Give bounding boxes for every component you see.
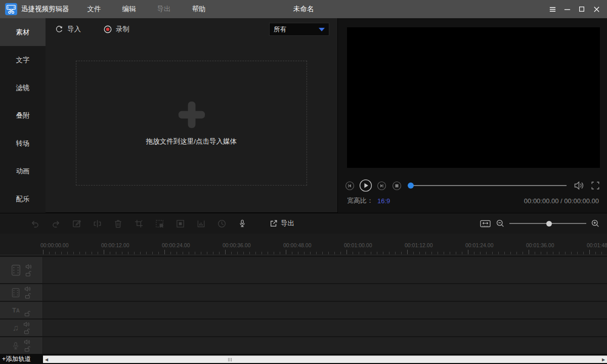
record-button[interactable]: 录制 xyxy=(103,25,129,34)
media-filter-value: 所有 xyxy=(274,25,286,34)
media-panel: 导入 录制 所有 xyxy=(46,18,338,213)
sidebar-item-transitions[interactable]: 转场 xyxy=(0,129,46,157)
aspect-ratio-label: 宽高比： xyxy=(347,196,373,205)
play-icon[interactable] xyxy=(359,179,372,192)
app-logo-icon xyxy=(5,3,17,15)
track-lane[interactable] xyxy=(43,337,607,354)
track-mute-icon[interactable] xyxy=(25,264,32,269)
zoom-slider[interactable] xyxy=(509,220,586,226)
app-window: 迅捷视频剪辑器 文件 编辑 导出 帮助 未命名 素材 文字 滤镜 叠 xyxy=(0,0,607,364)
zoom-out-icon[interactable] xyxy=(496,219,505,228)
track-mute-icon[interactable] xyxy=(24,339,30,345)
ruler-label: 00:01:48.00 xyxy=(587,242,607,248)
bottom-bar: +添加轨道 ◀ ▶ xyxy=(0,354,607,364)
sidebar-item-music[interactable]: 配乐 xyxy=(0,185,46,213)
horizontal-scrollbar[interactable]: ◀ ▶ xyxy=(43,355,607,363)
music-track-icon: ♫ xyxy=(13,324,19,332)
step-forward-icon[interactable] xyxy=(377,181,386,191)
mosaic-icon[interactable] xyxy=(176,219,185,229)
menu-edit[interactable]: 编辑 xyxy=(120,4,138,15)
track-mute-icon[interactable] xyxy=(23,322,30,327)
crop-icon[interactable] xyxy=(134,219,144,229)
volume-icon[interactable] xyxy=(574,180,585,191)
split-icon[interactable] xyxy=(93,219,102,229)
minimize-icon[interactable] xyxy=(561,3,573,15)
track-lock-icon[interactable] xyxy=(24,310,30,316)
record-icon xyxy=(103,25,112,34)
track-lock-icon[interactable] xyxy=(25,270,31,277)
redo-icon[interactable] xyxy=(51,219,61,229)
scroll-right-icon[interactable]: ▶ xyxy=(600,356,607,363)
menu-file[interactable]: 文件 xyxy=(85,4,103,15)
zoom-in-icon[interactable] xyxy=(591,219,600,228)
track-voice xyxy=(0,337,607,354)
text-track-icon: TA xyxy=(12,306,20,314)
preview-info: 宽高比： 16:9 00:00:00.00 / 00:00:00.00 xyxy=(347,196,599,205)
delete-icon[interactable] xyxy=(113,219,123,229)
window-menu-icon[interactable] xyxy=(547,3,558,15)
timeline-toolbar: 导出 xyxy=(0,213,607,234)
import-label: 导入 xyxy=(67,25,81,34)
menu-bar: 文件 编辑 导出 帮助 xyxy=(85,4,208,15)
voice-track-icon xyxy=(12,342,19,350)
track-lock-icon[interactable] xyxy=(24,346,30,352)
ruler-label: 00:00:00.00 xyxy=(40,242,68,248)
track-lane[interactable] xyxy=(43,257,607,283)
track-text: TA xyxy=(0,302,607,318)
sidebar-item-filters[interactable]: 滤镜 xyxy=(0,74,46,102)
seek-slider[interactable] xyxy=(408,183,567,189)
undo-icon[interactable] xyxy=(30,219,40,229)
track-header[interactable]: TA xyxy=(0,302,43,318)
speed-icon[interactable] xyxy=(217,219,227,229)
export-icon xyxy=(269,219,278,228)
track-lane[interactable] xyxy=(43,302,607,318)
track-music: ♫ xyxy=(0,320,607,336)
edit-icon[interactable] xyxy=(72,219,81,229)
media-filter-dropdown[interactable]: 所有 xyxy=(269,23,329,36)
media-toolbar: 导入 录制 所有 xyxy=(46,18,337,40)
track-header[interactable] xyxy=(0,257,43,283)
stop-icon[interactable] xyxy=(392,181,402,191)
sidebar: 素材 文字 滤镜 叠附 转场 动画 配乐 xyxy=(0,18,46,213)
track-header[interactable] xyxy=(0,337,43,354)
track-header[interactable] xyxy=(0,284,43,301)
audio-icon[interactable] xyxy=(196,219,206,229)
canvas-icon[interactable] xyxy=(155,219,164,229)
sidebar-item-overlays[interactable]: 叠附 xyxy=(0,102,46,129)
track-header[interactable]: ♫ xyxy=(0,320,43,336)
record-label: 录制 xyxy=(116,25,129,34)
sidebar-item-text[interactable]: 文字 xyxy=(0,46,46,74)
edit-tools: 导出 xyxy=(30,219,294,229)
scroll-left-icon[interactable]: ◀ xyxy=(43,356,50,363)
fit-timeline-icon[interactable] xyxy=(480,219,491,229)
sidebar-item-media[interactable]: 素材 xyxy=(0,18,46,46)
maximize-icon[interactable] xyxy=(576,3,587,15)
track-lock-icon[interactable] xyxy=(24,328,30,334)
timecode: 00:00:00.00 / 00:00:00.00 xyxy=(524,197,599,205)
video-viewport xyxy=(347,27,600,168)
track-lane[interactable] xyxy=(43,284,607,301)
export-button[interactable]: 导出 xyxy=(269,219,294,228)
menu-export[interactable]: 导出 xyxy=(155,4,173,15)
timeline-ruler[interactable]: 00:00:00.00 00:00:12.00 00:00:24.00 00:0… xyxy=(0,234,607,255)
ruler-label: 00:01:12.00 xyxy=(405,242,432,248)
window-controls xyxy=(547,0,602,18)
track-lane[interactable] xyxy=(43,320,607,336)
chevron-down-icon xyxy=(319,28,325,31)
ruler-label: 00:01:36.00 xyxy=(526,242,554,248)
menu-help[interactable]: 帮助 xyxy=(190,4,208,15)
scrollbar-grip[interactable] xyxy=(228,358,232,361)
import-button[interactable]: 导入 xyxy=(55,25,81,34)
close-icon[interactable] xyxy=(591,3,602,15)
aspect-ratio-value[interactable]: 16:9 xyxy=(377,197,390,205)
step-back-icon[interactable] xyxy=(345,181,355,191)
zoom-slider-handle[interactable] xyxy=(546,221,552,226)
media-dropzone[interactable]: 拖放文件到这里/点击导入媒体 xyxy=(76,61,307,186)
track-mute-icon[interactable] xyxy=(24,286,31,292)
sidebar-item-animations[interactable]: 动画 xyxy=(0,157,46,185)
fullscreen-icon[interactable] xyxy=(591,181,600,190)
seek-handle[interactable] xyxy=(408,183,414,189)
add-track-button[interactable]: +添加轨道 xyxy=(2,355,31,363)
voiceover-icon[interactable] xyxy=(238,219,247,228)
track-lock-icon[interactable] xyxy=(25,293,31,299)
